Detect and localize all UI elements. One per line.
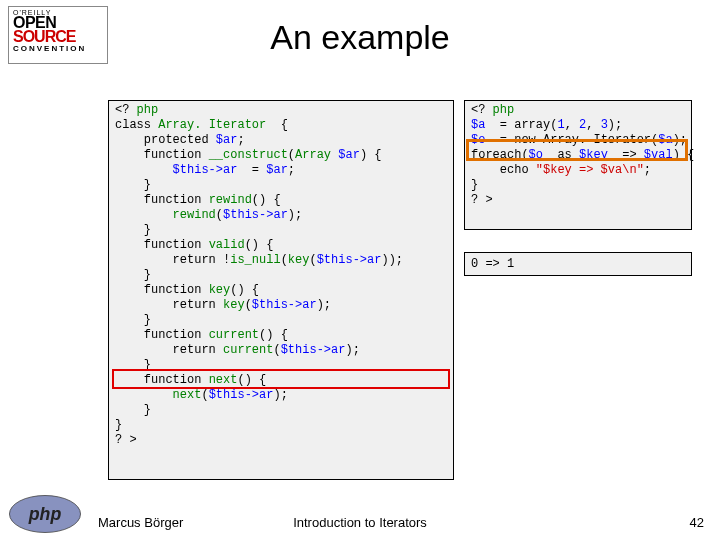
slide-title: An example (0, 18, 720, 57)
code-right-panel: <? php $a = array(1, 2, 3); $o = new Arr… (464, 100, 692, 230)
footer-title: Introduction to Iterators (0, 515, 720, 530)
footer-page: 42 (690, 515, 704, 530)
output-panel: 0 => 1 (464, 252, 692, 276)
code-left-panel: <? php class Array. Iterator { protected… (108, 100, 454, 480)
